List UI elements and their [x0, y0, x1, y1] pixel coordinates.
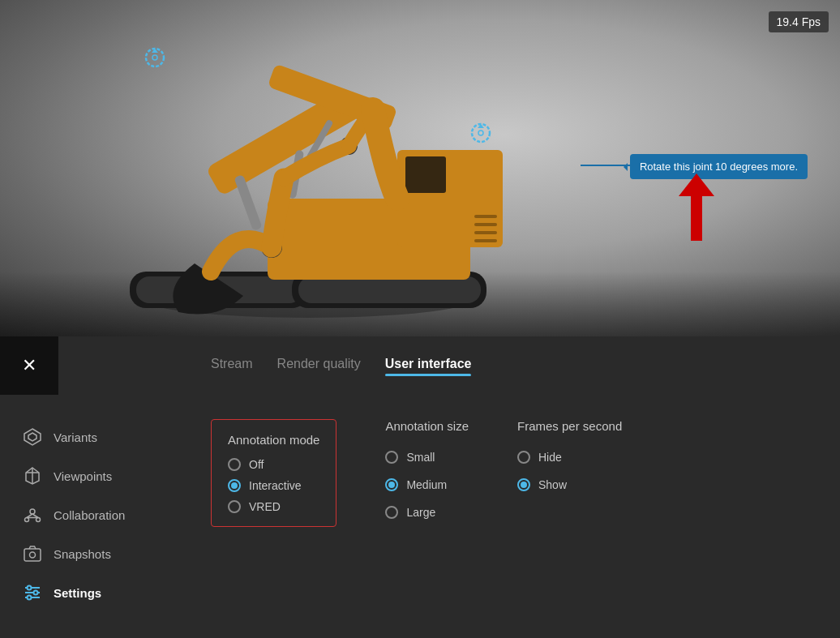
radio-circle-show	[517, 478, 530, 491]
sidebar-item-label: Viewpoints	[54, 469, 112, 483]
radio-label-show: Show	[538, 478, 567, 491]
radio-circle-vred	[228, 500, 241, 513]
tab-user-interface[interactable]: User interface	[385, 357, 472, 375]
direction-arrow	[679, 174, 714, 241]
excavator-model	[24, 20, 592, 328]
radio-label-large: Large	[406, 506, 435, 519]
svg-point-41	[28, 586, 32, 590]
collaboration-icon	[23, 505, 42, 525]
tabs: Stream Render quality User interface	[211, 336, 840, 395]
radio-option-medium[interactable]: Medium	[385, 478, 469, 491]
svg-marker-25	[24, 429, 41, 445]
radio-option-large[interactable]: Large	[385, 506, 469, 519]
sidebar-item-label: Variants	[54, 430, 97, 444]
arrow-head	[679, 173, 714, 196]
snapshots-icon	[23, 544, 42, 563]
viewport: 19.4 Fps Rotate this joint 10 degrees mo…	[0, 0, 840, 336]
annotation-size-title: Annotation size	[385, 419, 469, 433]
svg-rect-18	[234, 174, 262, 231]
bottom-panel: ✕ Variants Viewpoints	[0, 336, 840, 638]
sidebar-item-collaboration[interactable]: Collaboration	[0, 495, 178, 534]
svg-marker-26	[28, 433, 36, 441]
radio-label-medium: Medium	[406, 478, 447, 491]
svg-rect-15	[474, 239, 497, 242]
svg-rect-12	[474, 215, 497, 218]
radio-circle-interactive	[228, 479, 241, 492]
svg-rect-14	[474, 231, 497, 234]
annotation-mode-group: Annotation mode Off Interactive VRED	[211, 419, 336, 527]
sidebar-item-label: Settings	[54, 586, 101, 600]
arrow-shaft	[691, 196, 702, 241]
radio-label-hide: Hide	[538, 451, 562, 464]
close-icon: ✕	[22, 357, 36, 375]
viewpoints-icon	[23, 466, 42, 486]
annotation-mode-box: Annotation mode Off Interactive VRED	[211, 419, 336, 527]
sidebar-item-snapshots[interactable]: Snapshots	[0, 534, 178, 573]
svg-point-30	[30, 509, 35, 514]
sidebar-item-variants[interactable]: Variants	[0, 417, 178, 456]
svg-rect-8	[298, 276, 481, 303]
radio-label-interactive: Interactive	[249, 479, 302, 492]
svg-point-37	[30, 552, 36, 558]
radio-label-small: Small	[406, 451, 435, 464]
radio-option-vred[interactable]: VRED	[228, 500, 319, 513]
svg-rect-13	[474, 223, 497, 226]
settings-content: Annotation mode Off Interactive VRED	[211, 395, 840, 527]
annotation-size-group: Annotation size Small Medium Large	[385, 419, 469, 527]
close-button[interactable]: ✕	[0, 336, 58, 395]
radio-circle-medium	[385, 478, 398, 491]
annotation-tooltip: Rotate this joint 10 degrees more.	[630, 154, 808, 179]
variants-icon	[23, 427, 42, 447]
main-content: Stream Render quality User interface Ann…	[178, 336, 840, 638]
radio-label-off: Off	[249, 458, 264, 471]
radio-circle-small	[385, 451, 398, 464]
radio-option-hide[interactable]: Hide	[517, 451, 622, 464]
svg-rect-11	[405, 156, 446, 193]
svg-rect-36	[24, 549, 41, 561]
tab-render-quality[interactable]: Render quality	[277, 357, 361, 375]
frames-per-second-group: Frames per second Hide Show	[517, 419, 622, 527]
annotation-mode-title: Annotation mode	[228, 433, 319, 447]
settings-icon	[23, 583, 42, 602]
radio-circle-large	[385, 506, 398, 519]
radio-option-small[interactable]: Small	[385, 451, 469, 464]
radio-circle-hide	[517, 451, 530, 464]
fps-badge: 19.4 Fps	[769, 11, 829, 32]
sidebar-item-label: Snapshots	[54, 547, 111, 561]
svg-point-42	[34, 591, 38, 595]
sidebar-item-viewpoints[interactable]: Viewpoints	[0, 456, 178, 495]
radio-circle-off	[228, 458, 241, 471]
radio-option-show[interactable]: Show	[517, 478, 622, 491]
radio-label-vred: VRED	[249, 500, 281, 513]
sidebar-item-settings[interactable]: Settings	[0, 573, 178, 612]
sidebar-item-label: Collaboration	[54, 508, 125, 522]
radio-option-off[interactable]: Off	[228, 458, 319, 471]
svg-point-43	[28, 596, 32, 600]
fps-title: Frames per second	[517, 419, 622, 433]
radio-option-interactive[interactable]: Interactive	[228, 479, 319, 492]
tab-stream[interactable]: Stream	[211, 357, 253, 375]
